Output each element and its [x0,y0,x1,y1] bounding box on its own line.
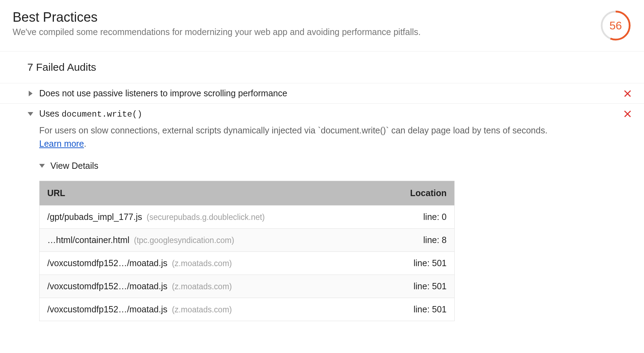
table-cell-location: line: 8 [379,229,454,252]
audit-toggle-row[interactable]: Uses document.write() [0,104,644,124]
table-cell-location: line: 0 [379,206,454,229]
audit-title-code: document.write() [62,110,142,119]
url-path: …html/container.html [47,235,130,245]
fail-icon [624,90,631,97]
audit-title: Does not use passive listeners to improv… [39,88,624,98]
header-text: Best Practices We've compiled some recom… [13,10,589,37]
view-details-label: View Details [50,161,98,171]
table-cell-url: …html/container.html (tpc.googlesyndicat… [40,229,379,252]
url-path: /voxcustomdfp152…/moatad.js [47,281,167,291]
chevron-down-icon [39,164,45,168]
url-path: /voxcustomdfp152…/moatad.js [47,304,167,314]
audit-item: Uses document.write() For users on slow … [0,104,644,321]
audit-title: Uses document.write() [39,109,624,119]
chevron-right-icon [27,90,34,97]
best-practices-panel: Best Practices We've compiled some recom… [0,0,644,321]
table-header-location: Location [379,181,454,206]
learn-more-link[interactable]: Learn more [39,139,84,148]
table-header-url: URL [40,181,379,206]
fail-icon [624,110,631,118]
table-cell-location: line: 501 [379,298,454,321]
table-cell-location: line: 501 [379,275,454,298]
audit-toggle-row[interactable]: Does not use passive listeners to improv… [0,83,644,103]
panel-header: Best Practices We've compiled some recom… [0,0,644,51]
url-path: /voxcustomdfp152…/moatad.js [47,258,167,268]
details-table-wrap: URL Location /gpt/pubads_impl_177.js (se… [39,181,631,321]
table-cell-location: line: 501 [379,252,454,275]
url-domain: (z.moatads.com) [172,305,232,314]
table-cell-url: /voxcustomdfp152…/moatad.js (z.moatads.c… [40,252,379,275]
failed-audits-section: 7 Failed Audits Does not use passive lis… [0,51,644,321]
chevron-down-icon [27,111,34,117]
table-row: /gpt/pubads_impl_177.js (securepubads.g.… [40,206,455,229]
url-path: /gpt/pubads_impl_177.js [47,212,142,222]
details-table: URL Location /gpt/pubads_impl_177.js (se… [39,181,455,321]
table-row: /voxcustomdfp152…/moatad.js (z.moatads.c… [40,252,455,275]
url-domain: (z.moatads.com) [172,259,232,268]
url-domain: (securepubads.g.doubleclick.net) [147,213,265,222]
score-value: 56 [609,19,622,32]
view-details-toggle[interactable]: View Details [39,161,631,171]
page-subtitle: We've compiled some recommendations for … [13,27,589,37]
table-row: …html/container.html (tpc.googlesyndicat… [40,229,455,252]
table-cell-url: /voxcustomdfp152…/moatad.js (z.moatads.c… [40,298,379,321]
audit-description: For users on slow connections, external … [39,124,631,150]
table-cell-url: /gpt/pubads_impl_177.js (securepubads.g.… [40,206,379,229]
page-title: Best Practices [13,10,589,25]
audit-description-text: For users on slow connections, external … [39,125,547,135]
table-row: /voxcustomdfp152…/moatad.js (z.moatads.c… [40,298,455,321]
url-domain: (tpc.googlesyndication.com) [134,236,234,245]
audit-title-text: Uses [39,109,62,118]
table-row: /voxcustomdfp152…/moatad.js (z.moatads.c… [40,275,455,298]
audit-title-text: Does not use passive listeners to improv… [39,88,287,98]
audit-description-post: . [84,139,86,148]
url-domain: (z.moatads.com) [172,282,232,291]
table-cell-url: /voxcustomdfp152…/moatad.js (z.moatads.c… [40,275,379,298]
audit-item: Does not use passive listeners to improv… [0,83,644,104]
score-gauge: 56 [600,10,631,41]
audit-expanded-content: For users on slow connections, external … [0,124,644,321]
table-header-row: URL Location [40,181,455,206]
section-title: 7 Failed Audits [0,51,644,83]
